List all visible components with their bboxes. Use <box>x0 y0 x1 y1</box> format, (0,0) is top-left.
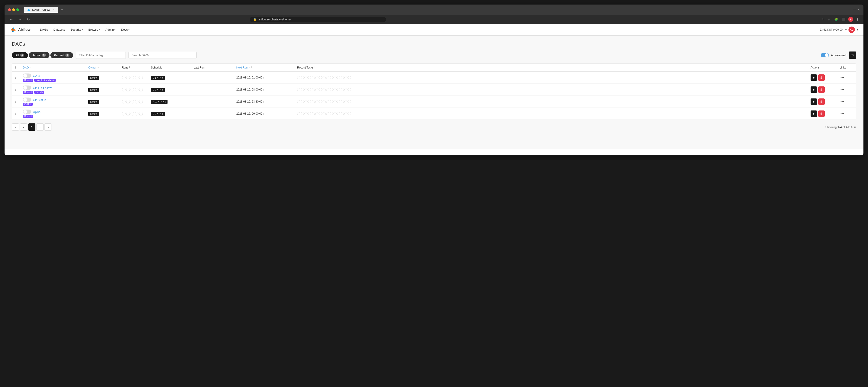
tag-github[interactable]: GitHub <box>23 103 33 106</box>
nav-dags[interactable]: DAGs <box>38 27 50 33</box>
more-links-uplus[interactable]: ••• <box>840 111 845 116</box>
more-links-ghfollow[interactable]: ••• <box>840 87 845 92</box>
url-display[interactable]: airflow.zerohertz.xyz/home <box>258 18 290 21</box>
recent-tasks-info-icon[interactable]: ℹ <box>314 66 315 69</box>
next-run-info-icon[interactable]: ℹ <box>263 100 264 103</box>
delete-dag-ga4[interactable]: 🗑 <box>818 74 825 81</box>
trigger-dag-uplus[interactable]: ▶ <box>811 110 817 117</box>
window-close-icon[interactable]: ✕ <box>858 8 860 11</box>
forward-button[interactable]: → <box>17 17 23 23</box>
next-run-column-sort[interactable]: Next Run <box>236 66 248 69</box>
tag-discord[interactable]: Discord <box>23 91 33 94</box>
task-circle <box>319 76 322 79</box>
dag-link-uplus[interactable]: Uplus <box>33 110 40 114</box>
refresh-button[interactable]: ↻ <box>849 52 856 59</box>
th-actions: Actions <box>811 66 838 69</box>
nav-browse[interactable]: Browse ▾ <box>86 27 102 33</box>
next-run-info-icon[interactable]: ℹ <box>263 76 264 79</box>
search-input[interactable] <box>128 52 196 59</box>
dag-toggle-ga4[interactable] <box>23 73 31 78</box>
browser-tab[interactable]: DAGs - Airflow ✕ <box>24 7 58 13</box>
trigger-dag-ghfollow[interactable]: ▶ <box>811 87 817 93</box>
share-icon[interactable]: ⬆ <box>821 17 825 22</box>
tag-discord[interactable]: Discord <box>23 79 33 82</box>
last-page-button[interactable]: » <box>44 123 52 131</box>
delete-dag-ghfollow[interactable]: 🗑 <box>818 87 825 93</box>
extensions-icon[interactable]: 🧩 <box>833 17 839 22</box>
schedule-info-icon[interactable]: ℹ <box>162 89 163 91</box>
owner-column-sort[interactable]: Owner <box>88 66 96 69</box>
more-links-ga4[interactable]: ••• <box>840 75 845 80</box>
filter-paused-tab[interactable]: Paused 4 <box>51 52 73 58</box>
nav-docs[interactable]: Docs ▾ <box>119 27 132 33</box>
maximize-button[interactable] <box>17 8 19 11</box>
dag-toggle-ghfollow[interactable] <box>23 86 31 90</box>
avatar-dropdown-icon[interactable]: ▾ <box>857 28 858 31</box>
schedule-info-icon[interactable]: ℹ <box>165 100 166 103</box>
runs-label: Runs <box>122 66 128 69</box>
app-logo[interactable]: Airflow <box>10 27 30 33</box>
next-run-info-icon[interactable]: ℹ <box>251 66 252 69</box>
bookmark-icon[interactable]: ☆ <box>827 17 832 22</box>
tag-github[interactable]: GitHub <box>34 91 44 94</box>
next-run-info-icon[interactable]: ℹ <box>263 112 264 115</box>
dag-column-sort[interactable]: DAG <box>23 66 29 69</box>
close-button[interactable] <box>8 8 11 11</box>
next-run-value-ga4: 2023-08-25, 01:00:00 ℹ <box>236 76 295 79</box>
dag-tags-ga4: Discord Google Analytics 4 <box>23 79 87 82</box>
current-page-button[interactable]: 1 <box>28 123 35 131</box>
next-run-sort-icon[interactable]: ⇅ <box>249 66 250 69</box>
task-circle <box>304 100 308 103</box>
tag-ga4[interactable]: Google Analytics 4 <box>34 79 56 82</box>
new-tab-button[interactable]: + <box>59 7 65 12</box>
row-info-cell: ℹ <box>15 88 21 92</box>
browse-dropdown-icon: ▾ <box>99 29 100 31</box>
dag-link-gitstatus[interactable]: Git-Status <box>33 98 46 102</box>
dag-toggle-gitstatus[interactable] <box>23 98 31 102</box>
tag-discord[interactable]: Discord <box>23 115 33 118</box>
more-links-gitstatus[interactable]: ••• <box>840 99 845 104</box>
schedule-info-icon[interactable]: ℹ <box>162 76 163 79</box>
prev-page-button[interactable]: ‹ <box>20 123 27 131</box>
dag-toggle-slider[interactable] <box>23 73 31 78</box>
delete-dag-uplus[interactable]: 🗑 <box>818 110 825 117</box>
dag-tags-gitstatus: GitHub <box>23 103 87 106</box>
row-info-cell: ℹ <box>15 100 21 104</box>
minimize-button[interactable] <box>12 8 15 11</box>
first-page-button[interactable]: « <box>12 123 19 131</box>
dag-link-ga4[interactable]: GA-4 <box>33 74 40 77</box>
nav-security[interactable]: Security ▾ <box>68 27 85 33</box>
trigger-dag-gitstatus[interactable]: ▶ <box>811 98 817 105</box>
filter-all-tab[interactable]: All 4 <box>12 52 28 58</box>
time-dropdown-icon[interactable]: ▾ <box>845 28 847 31</box>
nav-admin[interactable]: Admin ▾ <box>103 27 118 33</box>
next-page-button[interactable]: › <box>36 123 43 131</box>
delete-dag-gitstatus[interactable]: 🗑 <box>818 98 825 105</box>
dag-toggle-slider[interactable] <box>23 98 31 102</box>
window-minimize-icon[interactable]: — <box>853 8 856 11</box>
auto-refresh-toggle[interactable] <box>821 53 829 57</box>
dag-link-ghfollow[interactable]: GitHub-Follow <box>33 86 52 90</box>
filter-active-tab[interactable]: Active 0 <box>29 52 50 58</box>
menu-icon[interactable]: ⋮ <box>855 17 860 22</box>
schedule-info-icon[interactable]: ℹ <box>162 112 163 115</box>
nav-datasets[interactable]: Datasets <box>51 27 67 33</box>
sidebar-icon[interactable]: ⬛ <box>841 17 846 22</box>
back-button[interactable]: ← <box>8 17 14 23</box>
task-circle <box>319 112 322 115</box>
dag-toggle-slider[interactable] <box>23 86 31 90</box>
profile-icon[interactable]: A <box>848 17 853 22</box>
trigger-dag-ga4[interactable]: ▶ <box>811 74 817 81</box>
reload-button[interactable]: ↻ <box>25 16 31 23</box>
next-run-info-icon[interactable]: ℹ <box>263 89 264 91</box>
runs-info-icon[interactable]: ℹ <box>129 66 130 69</box>
user-avatar[interactable]: AU <box>848 27 855 33</box>
dag-sort-icon[interactable]: ⇅ <box>30 66 32 69</box>
dag-toggle-uplus[interactable] <box>23 109 31 114</box>
tag-filter-input[interactable] <box>76 52 126 59</box>
owner-sort-icon[interactable]: ⇅ <box>97 66 99 69</box>
last-run-info-icon[interactable]: ℹ <box>206 66 206 69</box>
tab-close-icon[interactable]: ✕ <box>53 9 55 11</box>
dag-toggle-slider[interactable] <box>23 109 31 114</box>
filter-bar: All 4 Active 0 Paused 4 <box>12 52 856 59</box>
